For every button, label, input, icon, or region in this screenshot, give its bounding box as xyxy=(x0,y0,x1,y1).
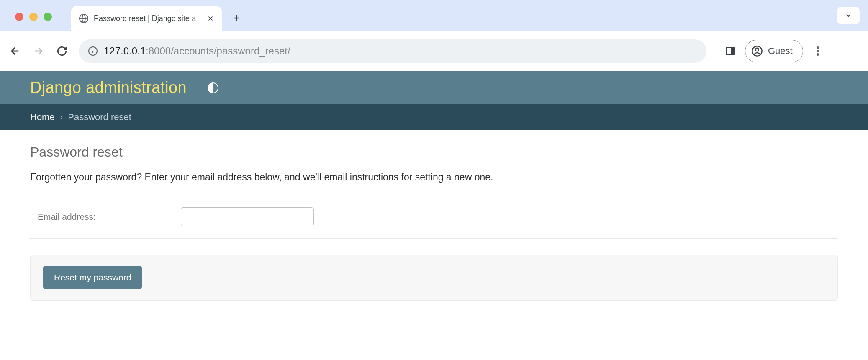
tabs-row: Password reset | Django site a xyxy=(71,0,241,31)
browser-tab-active[interactable]: Password reset | Django site a xyxy=(71,6,222,31)
tab-title: Password reset | Django site a xyxy=(94,14,202,23)
content-area: Password reset Forgotten your password? … xyxy=(0,130,868,315)
window-minimize-button[interactable] xyxy=(29,13,38,21)
url-port: :8000 xyxy=(146,45,171,57)
theme-toggle-button[interactable] xyxy=(208,82,218,93)
reload-button[interactable] xyxy=(55,44,69,58)
breadcrumb-current: Password reset xyxy=(68,112,131,122)
form-row-email: Email address: xyxy=(30,201,838,239)
window-controls xyxy=(15,13,52,21)
url-host: 127.0.0.1 xyxy=(104,45,146,57)
back-button[interactable] xyxy=(8,44,22,58)
tab-search-button[interactable] xyxy=(837,7,860,24)
breadcrumb-separator: › xyxy=(60,112,63,122)
url-path: /accounts/password_reset/ xyxy=(171,45,290,57)
arrow-left-icon xyxy=(9,45,21,57)
chevron-down-icon xyxy=(845,12,852,19)
help-text: Forgotten your password? Enter your emai… xyxy=(30,172,838,183)
browser-toolbar: 127.0.0.1:8000/accounts/password_reset/ … xyxy=(0,31,868,71)
svg-point-5 xyxy=(755,48,758,51)
svg-rect-3 xyxy=(731,47,734,54)
profile-chip[interactable]: Guest xyxy=(745,40,803,62)
breadcrumb-home-link[interactable]: Home xyxy=(30,112,55,122)
page-title: Password reset xyxy=(30,144,838,160)
side-panel-icon[interactable] xyxy=(725,46,736,57)
person-icon xyxy=(751,45,763,57)
globe-icon xyxy=(79,13,89,23)
toolbar-right: Guest xyxy=(725,40,821,62)
close-icon[interactable] xyxy=(207,15,214,22)
window-fullscreen-button[interactable] xyxy=(44,13,52,21)
window-close-button[interactable] xyxy=(15,13,23,21)
forward-button[interactable] xyxy=(32,44,45,58)
profile-label: Guest xyxy=(768,46,793,57)
url-text: 127.0.0.1:8000/accounts/password_reset/ xyxy=(104,45,290,57)
reload-icon xyxy=(56,46,67,57)
browser-tabstrip: Password reset | Django site a xyxy=(0,0,868,31)
submit-row: Reset my password xyxy=(30,255,838,301)
site-title[interactable]: Django administration xyxy=(30,79,187,97)
address-bar[interactable]: 127.0.0.1:8000/accounts/password_reset/ xyxy=(79,39,706,63)
email-label: Email address: xyxy=(38,212,181,222)
breadcrumb: Home › Password reset xyxy=(0,104,868,130)
reset-password-button[interactable]: Reset my password xyxy=(43,266,142,289)
admin-header: Django administration xyxy=(0,71,868,104)
email-field[interactable] xyxy=(181,207,314,226)
new-tab-button[interactable] xyxy=(232,13,241,23)
site-info-icon[interactable] xyxy=(88,46,98,56)
browser-menu-button[interactable] xyxy=(812,45,821,57)
arrow-right-icon xyxy=(33,45,44,57)
